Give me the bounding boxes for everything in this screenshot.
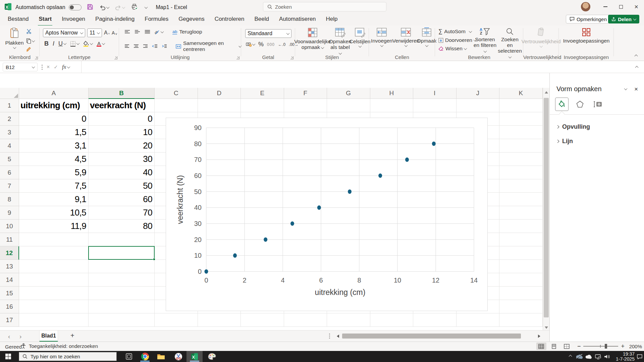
cell-K12[interactable]	[499, 246, 543, 260]
cell-B13[interactable]	[89, 260, 155, 273]
user-avatar[interactable]	[581, 2, 590, 11]
cell-A8[interactable]: 9,1	[19, 193, 89, 206]
name-box[interactable]: B12	[3, 63, 38, 71]
hscroll-left-icon[interactable]	[337, 335, 339, 338]
onedrive-paused-icon[interactable]	[575, 351, 584, 362]
decrease-indent-icon[interactable]	[152, 44, 157, 49]
selected-cell-B12[interactable]	[88, 246, 155, 260]
cell-A1[interactable]: uitrekking (cm)	[19, 99, 89, 112]
increase-font-button[interactable]: A^	[104, 30, 110, 36]
cell-A16[interactable]	[19, 300, 89, 313]
prev-sheet-icon[interactable]: ‹	[8, 333, 10, 340]
decrease-font-button[interactable]: Av	[112, 30, 117, 36]
undo-button[interactable]	[99, 5, 109, 10]
row-header-5[interactable]: 5	[0, 153, 19, 166]
data-point[interactable]	[432, 141, 436, 146]
cell-B4[interactable]: 20	[89, 139, 155, 153]
page-layout-view-icon[interactable]	[549, 343, 559, 350]
row-header-6[interactable]: 6	[0, 166, 19, 179]
menu-tab-beeld[interactable]: Beeld	[254, 13, 269, 25]
orientation-button[interactable]: ab	[155, 29, 163, 34]
percent-style-button[interactable]: %	[258, 41, 264, 48]
column-header-F[interactable]: F	[284, 88, 327, 99]
cell-G17[interactable]	[327, 313, 370, 327]
section-opvulling[interactable]: Opvulling	[556, 123, 644, 130]
number-dialog-launcher[interactable]	[290, 56, 293, 59]
merge-center-button[interactable]: Samenvoegen en centreren	[176, 40, 241, 52]
menu-tab-help[interactable]: Help	[325, 13, 338, 25]
clear-button[interactable]: Wissen	[438, 46, 476, 52]
zoom-slider-thumb[interactable]	[605, 344, 607, 349]
underline-button[interactable]: U	[58, 40, 66, 47]
row-header-3[interactable]: 3	[0, 126, 19, 139]
effects-tab[interactable]	[573, 98, 587, 111]
cell-I1[interactable]	[413, 99, 457, 112]
italic-button[interactable]: I	[53, 40, 54, 47]
cell-B1[interactable]: veerkracht (N)	[89, 99, 155, 112]
cell-K7[interactable]	[499, 179, 543, 193]
cell-K13[interactable]	[499, 260, 543, 273]
cell-K10[interactable]	[499, 220, 543, 233]
autosum-button[interactable]: ∑AutoSom	[438, 28, 476, 35]
cell-K6[interactable]	[499, 166, 543, 179]
conditional-formatting-button[interactable]: Voorwaardelijke opmaak	[298, 27, 327, 50]
column-header-C[interactable]: C	[155, 88, 198, 99]
column-header-D[interactable]: D	[198, 88, 241, 99]
font-name-select[interactable]: Aptos Narrow	[43, 28, 85, 37]
cell-K2[interactable]	[499, 112, 543, 126]
cell-C17[interactable]	[155, 313, 198, 327]
cell-A17[interactable]	[19, 313, 89, 327]
cell-J17[interactable]	[457, 313, 500, 327]
cell-D1[interactable]	[198, 99, 241, 112]
copy-button[interactable]	[26, 38, 35, 44]
bold-button[interactable]: B	[44, 40, 49, 47]
taskbar-explorer[interactable]	[153, 351, 169, 362]
zoom-in-button[interactable]: +	[621, 343, 625, 350]
taskbar-snipping-tool[interactable]	[170, 351, 186, 362]
data-point[interactable]	[348, 189, 352, 194]
maximize-button[interactable]	[613, 0, 629, 13]
clock[interactable]: 19:37 1-7-2025	[612, 351, 635, 362]
align-right-icon[interactable]	[143, 44, 148, 49]
data-point[interactable]	[264, 237, 267, 242]
taskbar-search-input[interactable]	[31, 354, 111, 359]
data-point[interactable]	[378, 174, 382, 178]
paste-button[interactable]: Plakken	[5, 27, 24, 49]
cell-E1[interactable]	[241, 99, 284, 112]
cell-K4[interactable]	[499, 139, 543, 153]
align-left-icon[interactable]	[124, 44, 129, 49]
sheet-tab-blad1[interactable]: Blad1	[39, 330, 58, 342]
data-point[interactable]	[317, 205, 321, 210]
column-header-A[interactable]: A	[19, 88, 89, 99]
next-sheet-icon[interactable]: ›	[19, 333, 21, 340]
size-properties-tab[interactable]	[591, 98, 605, 111]
cell-B10[interactable]: 80	[89, 220, 155, 233]
cell-B9[interactable]: 70	[89, 206, 155, 220]
cell-K1[interactable]	[499, 99, 543, 112]
cell-B11[interactable]	[89, 233, 155, 246]
volume-icon[interactable]	[603, 351, 611, 362]
taskbar-excel[interactable]: X	[186, 351, 203, 362]
cell-A7[interactable]: 7,5	[19, 179, 89, 193]
insert-cells-button[interactable]: Invoegen	[371, 27, 392, 47]
row-header-1[interactable]: 1	[0, 99, 19, 112]
column-header-E[interactable]: E	[241, 88, 284, 99]
row-header-10[interactable]: 10	[0, 220, 19, 233]
row-header-9[interactable]: 9	[0, 206, 19, 220]
increase-indent-icon[interactable]	[162, 44, 167, 49]
row-header-16[interactable]: 16	[0, 300, 19, 313]
fill-line-tab[interactable]	[555, 98, 569, 111]
notification-center-icon[interactable]	[635, 351, 644, 362]
align-middle-icon[interactable]	[135, 30, 140, 34]
scroll-down-icon[interactable]	[543, 326, 550, 329]
format-cells-button[interactable]: Opmaak	[419, 27, 434, 47]
alignment-dialog-launcher[interactable]	[236, 56, 239, 59]
format-painter-icon[interactable]	[26, 47, 35, 53]
cell-B2[interactable]: 0	[89, 112, 155, 126]
row-header-8[interactable]: 8	[0, 193, 19, 206]
pane-collapse-icon[interactable]	[624, 87, 627, 90]
row-header-13[interactable]: 13	[0, 260, 19, 273]
borders-button[interactable]	[70, 41, 79, 47]
cell-A15[interactable]	[19, 287, 89, 300]
data-point[interactable]	[205, 269, 208, 274]
